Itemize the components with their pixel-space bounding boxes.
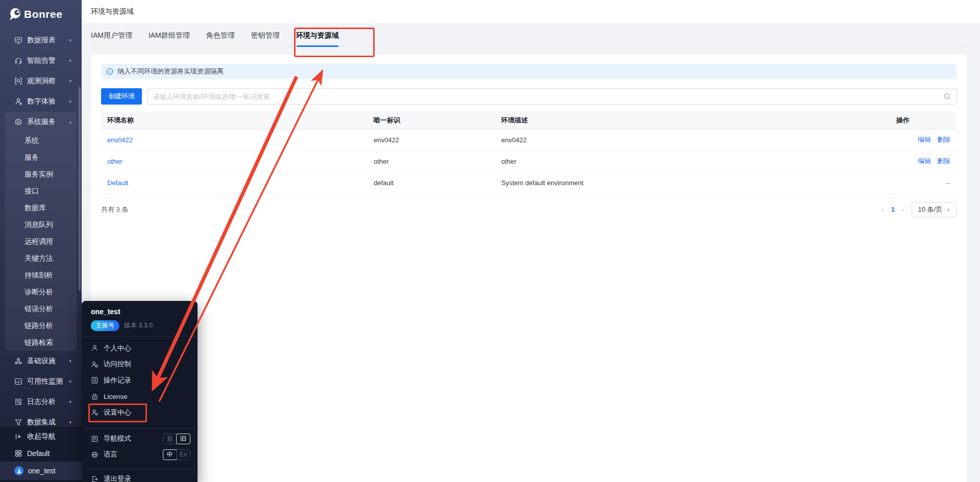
sidebar-subitem-interface[interactable]: 接口 [5,183,77,199]
chevron-down-icon: ▾ [69,38,71,43]
logout-label: 退出登录 [104,474,131,482]
sidebar-subitem-error-analysis[interactable]: 错误分析 [5,300,77,317]
sidebar-subitem-key-method[interactable]: 关键方法 [5,250,77,267]
sidebar-subitem-system[interactable]: 系统 [5,132,77,149]
language-en[interactable]: En [177,450,190,460]
table-header-row: 环境名称 唯一标识 环境描述 操作 [101,112,957,129]
sidebar-item-system-services[interactable]: 系统服务 ▴ [5,112,77,132]
menu-item-operation-records[interactable]: 操作记录 [82,372,198,389]
sidebar-subitem-service[interactable]: 服务 [5,149,77,166]
sidebar-subitem-trace-search[interactable]: 链路检索 [5,334,77,351]
language-label: 语言 [104,450,117,459]
menu-item-label: License [104,393,128,400]
sidebar-subitem-continuous-profiling[interactable]: 持续剖析 [5,267,77,284]
sidebar-item-infrastructure[interactable]: 基础设施 ▾ [0,351,82,371]
current-page[interactable]: 1 [891,206,895,213]
total-count: 共有 3 条 [101,205,128,214]
chevron-down-icon: ▾ [69,359,71,364]
delete-link[interactable]: 删除 [937,157,950,165]
app-window: Bonree 数据报表 ▾ [0,0,980,482]
report-chart-icon [14,36,22,44]
sidebar-item-availability[interactable]: 可用性监测 ▾ [0,371,82,392]
workspace-grid-icon [14,449,22,458]
col-operations: 操作 [890,112,957,129]
nav-mode-old[interactable]: 旧 [176,434,190,444]
collapse-nav-button[interactable]: 收起导航 [0,428,82,445]
sidebar-subitem-remote-call[interactable]: 远程调用 [5,233,77,250]
search-icon[interactable] [943,92,951,100]
env-desc: env0422 [495,129,890,150]
sidebar-item-label: 智能告警 [27,56,56,65]
pagination: ‹ 1 › 10 条/页 ∨ [881,202,957,217]
menu-item-personal-center[interactable]: 个人中心 [82,340,198,357]
col-env-desc: 环境描述 [495,112,890,129]
tab-roles[interactable]: 角色管理 [206,24,235,47]
tab-label: 角色管理 [206,31,235,40]
sidebar-group-system-services: 系统服务 ▴ 系统 服务 服务实例 接口 数据库 消息队列 远程调用 关键方法 … [5,112,77,351]
language-zh[interactable]: 中 [163,449,177,460]
sidebar-item-smart-alert[interactable]: 智能告警 ▾ [0,50,82,71]
sidebar-item-label: 数据报表 [27,36,56,45]
tab-environment-resources[interactable]: 环境与资源域 [296,24,339,47]
table-row: Default default System default environme… [101,172,957,193]
col-env-name: 环境名称 [101,112,368,129]
tab-label: 环境与资源域 [296,31,339,40]
tab-iam-users[interactable]: IAM用户管理 [91,24,132,47]
logo-text: Bonree [24,8,62,20]
env-name-link[interactable]: Default [107,179,128,187]
edit-link[interactable]: 编辑 [918,136,931,143]
create-environment-button[interactable]: 创建环境 [101,88,142,105]
env-desc: System default environment [495,172,890,193]
collapse-icon [14,433,22,441]
logo[interactable]: Bonree [8,7,62,21]
sidebar-subitem-service-instance[interactable]: 服务实例 [5,166,77,183]
sidebar-subitem-diagnosis[interactable]: 诊断分析 [5,284,77,300]
workspace-default[interactable]: Default [0,445,82,462]
sidebar-item-observe-insight[interactable]: 观测洞察 ▾ [0,71,82,91]
account-badge: 主账号 [91,320,119,331]
sidebar-item-digital-experience[interactable]: 数字体验 ▾ [0,91,82,112]
availability-chart-icon [14,377,22,386]
current-user-item[interactable]: one_test [0,462,82,480]
subitem-label: 错误分析 [24,305,53,314]
page-size-select[interactable]: 10 条/页 ∨ [912,202,957,217]
sidebar: Bonree 数据报表 ▾ [0,0,82,482]
nav-mode-new[interactable]: 新 [163,434,177,444]
logout-button[interactable]: 退出登录 [82,470,198,482]
sidebar-subitem-trace-analysis[interactable]: 链路分析 [5,317,77,334]
edit-link[interactable]: 编辑 [918,157,931,165]
menu-item-access-control[interactable]: 访问控制 [82,357,198,373]
sidebar-subitem-database[interactable]: 数据库 [5,199,77,216]
info-icon [106,68,113,75]
tab-iam-groups[interactable]: IAM群组管理 [149,24,190,47]
user-avatar [14,466,23,475]
tab-label: 密钥管理 [251,31,280,40]
prev-page-button[interactable]: ‹ [881,205,884,214]
next-page-button[interactable]: › [902,205,904,214]
sidebar-item-label: 系统服务 [27,117,56,126]
toolbar: 创建环境 [101,88,957,105]
table-row: other other other 编辑删除 [101,150,957,172]
subitem-label: 链路分析 [24,321,53,331]
env-name-link[interactable]: env0422 [107,136,133,144]
search-input[interactable] [147,88,957,105]
sidebar-bottom: 收起导航 Default one_test [0,426,82,482]
log-search-icon [14,398,22,406]
sidebar-item-data-report[interactable]: 数据报表 ▾ [0,30,82,50]
popup-menu-list: 个人中心 访问控制 操作记录 [82,337,198,423]
data-funnel-icon [14,418,22,426]
menu-item-settings-center[interactable]: 设置中心 [82,404,198,421]
logout-icon [91,475,99,482]
sidebar-item-log-analysis[interactable]: 日志分析 ▾ [0,392,82,412]
workspace-label: Default [27,449,50,458]
info-banner-text: 纳入不同环境的资源将实现资源隔离 [117,67,224,76]
sidebar-subitem-message-queue[interactable]: 消息队列 [5,216,77,233]
sidebar-item-label: 观测洞察 [27,77,56,86]
env-name-link[interactable]: other [107,158,122,165]
tab-keys[interactable]: 密钥管理 [251,24,280,47]
delete-link[interactable]: 删除 [937,136,950,143]
settings-center-icon [91,409,99,416]
menu-item-license[interactable]: License [82,389,198,405]
sidebar-scrollbar[interactable] [79,87,81,291]
popup-username: one_test [82,301,198,316]
